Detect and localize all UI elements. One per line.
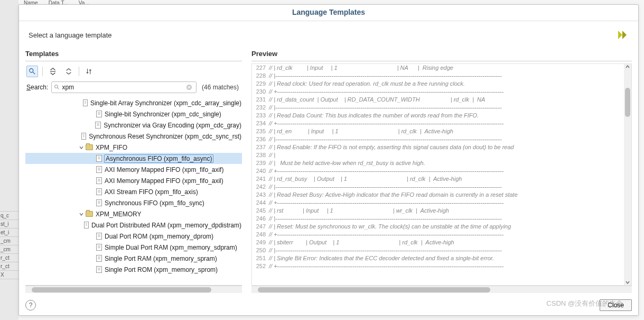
code-line: 246// |---------------------------------… [252,215,631,223]
line-number: 245 [252,207,269,215]
code-line: 228// |---------------------------------… [252,72,631,80]
tree-folder[interactable]: XPM_FIFO [25,142,242,153]
code-line: 227// | rd_clk | Input | 1 | NA | Rising… [252,64,631,72]
file-icon [96,166,102,173]
line-number: 241 [252,175,269,183]
preview-hscroll-thumb[interactable] [258,287,490,292]
line-number: 235 [252,127,269,135]
tree-folder[interactable]: XPM_MEMORY [25,208,242,220]
line-number: 250 [252,246,269,254]
preview-pane: Preview 227// | rd_clk | Input | 1 | NA … [251,48,632,293]
line-number: 242 [252,183,269,191]
code-line: 238// | [252,151,631,159]
sort-button[interactable] [83,66,95,77]
search-input[interactable] [62,84,186,91]
search-label: Search: [26,84,48,91]
sort-icon [86,68,93,75]
line-number: 234 [252,120,269,127]
svg-point-0 [30,69,33,72]
code-line: 236// |---------------------------------… [252,135,631,143]
file-icon [96,266,102,273]
line-number: 228 [252,72,269,80]
tree-item-label: Dual Port ROM (xpm_memory_dprom) [104,233,214,240]
templates-toolbar [25,63,242,79]
dialog-footer: ? Close [19,296,638,315]
toolbar-separator [42,67,43,76]
tree-file[interactable]: Asynchronous FIFO (xpm_fifo_async) [25,153,242,164]
tree-item-label: AXI Memory Mapped FIFO (xpm_fifo_axif) [104,166,224,173]
tree-file[interactable]: AXI Memory Mapped FIFO (xpm_fifo_axif) [25,164,242,175]
line-number: 227 [252,64,269,72]
tree-file[interactable]: Dual Port Distributed RAM (xpm_memory_dp… [25,220,242,231]
file-icon [96,155,102,162]
preview-body[interactable]: 227// | rd_clk | Input | 1 | NA | Rising… [251,63,632,286]
tree-file[interactable]: Single-bit Synchronizer (xpm_cdc_single) [25,108,242,120]
search-input-box[interactable] [51,81,197,93]
tree-file[interactable]: Single Port ROM (xpm_memory_sprom) [25,264,242,275]
line-number: 249 [252,239,269,246]
tree-item-label: AXI Memory Mapped FIFO (xpm_fifo_axil) [104,177,224,185]
tree-item-label: Single Port RAM (xpm_memory_spram) [104,255,218,262]
tree-item-label: Dual Port Distributed RAM (xpm_memory_dp… [91,222,242,229]
file-icon [96,244,102,251]
tree-file[interactable]: Single-bit Array Synchronizer (xpm_cdc_a… [25,97,242,108]
search-button[interactable] [26,66,38,77]
line-number: 237 [252,143,269,151]
expand-all-button[interactable] [63,66,74,77]
tree-file[interactable]: AXI Stream FIFO (xpm_fifo_axis) [25,186,242,197]
line-number: 247 [252,223,269,231]
scroll-up-icon[interactable] [625,64,630,69]
code-line: 249// | sbiterr | Output | 1 | rd_clk | … [252,239,631,246]
scroll-down-icon[interactable] [625,280,630,285]
code-line: 242// |---------------------------------… [252,183,631,191]
line-number: 239 [252,159,269,167]
code-line: 239// | Must be held active-low when rd_… [252,159,631,167]
file-icon [95,122,101,129]
preview-vscrollbar[interactable] [624,64,631,285]
templates-tree-wrap[interactable]: Single-bit Array Synchronizer (xpm_cdc_a… [25,96,242,286]
file-icon [96,177,102,184]
line-number: 233 [252,112,269,120]
code-line: 234// +---------------------------------… [252,120,631,127]
code-line: 229// | Read clock: Used for read operat… [252,80,631,88]
line-number: 251 [252,254,269,262]
folder-icon [86,211,93,217]
preview-vscroll-thumb[interactable] [625,88,630,117]
line-number: 238 [252,151,269,159]
tree-item-label: XPM_MEMORY [95,211,142,218]
line-number: 243 [252,191,269,199]
tree-file[interactable]: Single Port RAM (xpm_memory_spram) [25,253,242,264]
expander-icon[interactable] [78,144,85,151]
folder-icon [86,144,93,150]
tree-item-label: Single-bit Array Synchronizer (xpm_cdc_a… [90,99,242,107]
tree-item-label: Asynchronous FIFO (xpm_fifo_async) [104,154,213,163]
expander-icon[interactable] [78,211,85,217]
code-line: 231// | rd_data_count | Output | RD_DATA… [252,96,631,104]
tree-item-label: Single-bit Synchronizer (xpm_cdc_single) [104,111,222,118]
line-number: 252 [252,262,269,270]
tree-file[interactable]: Synchronous FIFO (xpm_fifo_sync) [25,197,242,208]
preview-hscrollbar[interactable] [251,286,632,293]
code-line: 235// | rd_en | Input | 1 | rd_clk | Act… [252,127,631,135]
line-number: 231 [252,96,269,104]
clear-search-icon[interactable] [186,84,192,90]
code-line: 237// | Read Enable: If the FIFO is not … [252,143,631,151]
search-icon [29,68,36,75]
tree-file[interactable]: AXI Memory Mapped FIFO (xpm_fifo_axil) [25,175,242,186]
tree-item-label: Synchronizer via Gray Encoding (xpm_cdc_… [103,122,242,129]
tree-hscrollbar[interactable] [25,286,242,293]
tree-item-label: Synchronous Reset Synchronizer (xpm_cdc_… [88,133,242,140]
file-icon [84,222,89,228]
file-icon [96,111,102,117]
tree-file[interactable]: Synchronizer via Gray Encoding (xpm_cdc_… [25,120,242,131]
code-line: 233// | Read Data Count: This bus indica… [252,112,631,120]
preview-code: 227// | rd_clk | Input | 1 | NA | Rising… [252,64,631,270]
help-button[interactable]: ? [25,300,36,310]
code-line: 251// | Single Bit Error: Indicates that… [252,254,631,262]
collapse-all-button[interactable] [47,66,59,77]
tree-file[interactable]: Dual Port ROM (xpm_memory_dprom) [25,231,242,242]
tree-file[interactable]: Simple Dual Port RAM (xpm_memory_sdpram) [25,242,242,253]
tree-file[interactable]: Synchronous Reset Synchronizer (xpm_cdc_… [25,131,242,142]
close-button[interactable]: Close [600,299,632,311]
tree-hscroll-thumb[interactable] [32,287,211,292]
